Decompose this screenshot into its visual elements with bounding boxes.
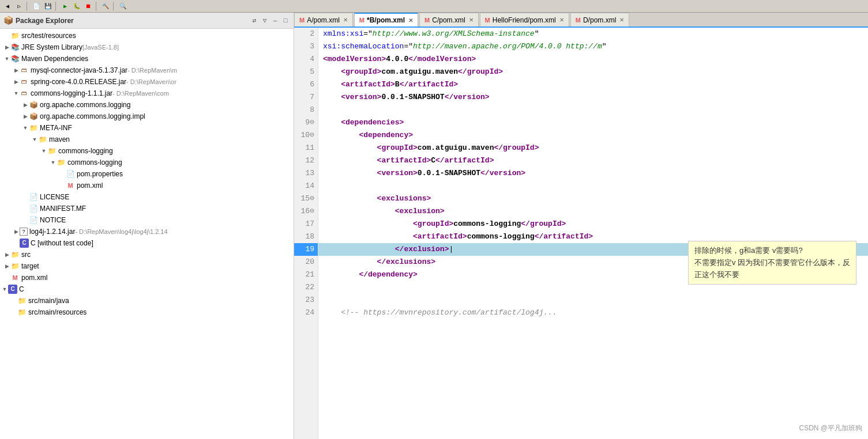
code-line-24: <!-- https://mvnrepository.com/artifact/… (318, 306, 868, 319)
toggle-src[interactable]: ▶ (3, 251, 10, 258)
annotation-line3: 正这个我不要 (694, 269, 850, 281)
val-aid: C (431, 154, 435, 167)
tree-item-c-root[interactable]: ▼ C C (0, 283, 294, 295)
tree-item-commons-logging-outer[interactable]: ▼ 📁 commons-logging (0, 145, 294, 157)
toggle-license (22, 194, 29, 200)
panel-header: 📦 Package Explorer ⇄ ▽ — □ (0, 13, 294, 29)
tab-hello[interactable]: M HelloFriend/pom.xml ✕ (480, 13, 569, 27)
ln-22: 22 (294, 281, 318, 294)
toggle-maven-folder[interactable]: ▼ (31, 136, 38, 143)
tab-a-close[interactable]: ✕ (343, 17, 348, 23)
tab-hello-close[interactable]: ✕ (559, 17, 564, 23)
tab-c-close[interactable]: ✕ (469, 17, 474, 23)
c-root-icon: C (8, 285, 17, 294)
tab-c[interactable]: M C/pom.xml ✕ (419, 13, 479, 27)
sep4 (113, 2, 115, 11)
tab-b[interactable]: M *B/pom.xml ✕ (354, 13, 418, 27)
label-license: LICENSE (40, 192, 69, 202)
tag-excl-close: </exclusion> (323, 243, 449, 256)
debug-btn[interactable]: 🐛 (72, 1, 82, 12)
tree-item-spring[interactable]: ▶ 🗃 spring-core-4.0.0.RELEASE.jar - D:\R… (0, 76, 294, 88)
tree-item-target[interactable]: ▶ 📁 target (0, 260, 294, 272)
toggle-cl-outer[interactable]: ▼ (40, 147, 47, 154)
tag-ea-open: <artifactId> (323, 230, 467, 243)
tag-v-close: </version> (480, 167, 525, 180)
tree-item-pom-xml-inner[interactable]: M pom.xml (0, 180, 294, 191)
editor-area[interactable]: 2 3 4 5 6 7 8 9⊖ 10⊖ 11 12 13 14 15⊖ 16⊖… (294, 28, 868, 439)
tree-item-org-apache[interactable]: ▶ 📦 org.apache.commons.logging (0, 99, 294, 111)
toggle-spring[interactable]: ▶ (13, 78, 20, 85)
toggle-org-impl[interactable]: ▶ (22, 113, 29, 120)
code-line-11: <groupId>com.atguigu.maven</groupId> (318, 142, 868, 154)
tab-d-close[interactable]: ✕ (619, 17, 624, 23)
label-target: target (21, 261, 39, 271)
code-line-2: xmlns:xsi="http://www.w3.org/XMLSchema-i… (318, 28, 868, 40)
tree-item-src-test[interactable]: 📁 src/test/resources (0, 30, 294, 41)
new-btn[interactable]: 📄 (31, 1, 42, 12)
ln-10: 10⊖ (294, 129, 318, 142)
code-line-15: <exclusions> (318, 192, 868, 205)
folder-icon-cl-inner: 📁 (57, 158, 66, 167)
save-btn[interactable]: 💾 (43, 1, 53, 12)
tree-item-maven-deps[interactable]: ▼ 📚 Maven Dependencies (0, 53, 294, 65)
tree-item-pom-root[interactable]: M pom.xml (0, 272, 294, 283)
back-btn[interactable]: ◀ (2, 1, 13, 12)
tree-item-meta-inf[interactable]: ▼ 📁 META-INF (0, 122, 294, 134)
tag-ver-close: </version> (445, 91, 490, 104)
toggle-notice (22, 217, 29, 224)
stop-btn[interactable]: ⏹ (83, 1, 93, 12)
toggle-log4j[interactable]: ▶ (13, 228, 20, 235)
sync-icon[interactable]: ⇄ (250, 16, 259, 25)
tree-item-log4j[interactable]: ▶ ? log4j-1.2.14.jar - D:\RepMaven\log4j… (0, 226, 294, 237)
tree-item-c-without[interactable]: C C [without test code] (0, 237, 294, 249)
build-btn[interactable]: 🔨 (100, 1, 111, 12)
label-cl-outer: commons-logging (58, 146, 113, 156)
toggle-jre[interactable]: ▶ (3, 44, 10, 51)
eq-2: =" (363, 28, 373, 40)
label-c-root: C (19, 284, 24, 294)
tree-item-org-apache-impl[interactable]: ▶ 📦 org.apache.commons.logging.impl (0, 111, 294, 122)
tree-item-pom-props[interactable]: 📄 pom.properties (0, 168, 294, 180)
label-commons-path: - D:\RepMaven\com (112, 88, 169, 99)
code-container: 2 3 4 5 6 7 8 9⊖ 10⊖ 11 12 13 14 15⊖ 16⊖… (294, 28, 868, 439)
toggle-cl-inner[interactable]: ▼ (50, 159, 57, 166)
collapse-icon[interactable]: ▽ (260, 16, 269, 25)
tab-a[interactable]: M A/pom.xml ✕ (294, 13, 353, 27)
tag-eg-close: </groupId> (521, 218, 566, 230)
toggle-pom-inner (59, 182, 66, 189)
tree-item-mysql[interactable]: ▶ 🗃 mysql-connector-java-5.1.37.jar - D:… (0, 65, 294, 76)
tree-item-license[interactable]: 📄 LICENSE (0, 191, 294, 203)
tree-item-src-main-java[interactable]: 📁 src/main/java (0, 295, 294, 306)
maximize-icon[interactable]: □ (281, 16, 290, 25)
tag-aid-open: <artifactId> (323, 154, 431, 167)
code-line-10: <dependency> (318, 129, 868, 142)
toggle-c-root[interactable]: ▼ (1, 286, 8, 293)
tree-item-commons-logging-inner[interactable]: ▼ 📁 commons-logging (0, 157, 294, 168)
tag-eg-open: <groupId> (323, 218, 453, 230)
toggle-meta-inf[interactable]: ▼ (22, 124, 29, 131)
toggle-commons[interactable]: ▼ (13, 90, 20, 97)
run-btn[interactable]: ▶ (60, 1, 70, 12)
toggle-target[interactable]: ▶ (3, 263, 10, 270)
toggle-org-apache[interactable]: ▶ (22, 101, 29, 108)
tree-item-maven[interactable]: ▼ 📁 maven (0, 134, 294, 145)
panel-icons: ⇄ ▽ — □ (250, 16, 290, 25)
tree-area[interactable]: 📁 src/test/resources ▶ 📚 JRE System Libr… (0, 29, 294, 439)
tab-b-close[interactable]: ✕ (408, 17, 413, 24)
tab-d[interactable]: M D/pom.xml ✕ (570, 13, 630, 27)
tree-item-manifest[interactable]: 📄 MANIFEST.MF (0, 203, 294, 214)
toggle-maven[interactable]: ▼ (3, 55, 10, 62)
q3: " (602, 40, 607, 53)
label-src-main-resources: src/main/resources (28, 307, 87, 317)
code-line-16: <exclusion> (318, 205, 868, 218)
tree-item-notice[interactable]: 📄 NOTICE (0, 214, 294, 226)
tree-item-src-main-resources[interactable]: 📁 src/main/resources (0, 306, 294, 318)
tree-item-src[interactable]: ▶ 📁 src (0, 249, 294, 260)
tree-item-commons[interactable]: ▼ 🗃 commons-logging-1.1.1.jar - D:\RepMa… (0, 88, 294, 99)
minimize-icon[interactable]: — (270, 16, 280, 25)
props-icon: 📄 (66, 169, 75, 179)
toggle-mysql[interactable]: ▶ (13, 67, 20, 74)
tree-item-jre[interactable]: ▶ 📚 JRE System Library [JavaSE-1.8] (0, 41, 294, 53)
fwd-btn[interactable]: ▷ (14, 1, 24, 12)
search-btn[interactable]: 🔍 (118, 1, 128, 12)
